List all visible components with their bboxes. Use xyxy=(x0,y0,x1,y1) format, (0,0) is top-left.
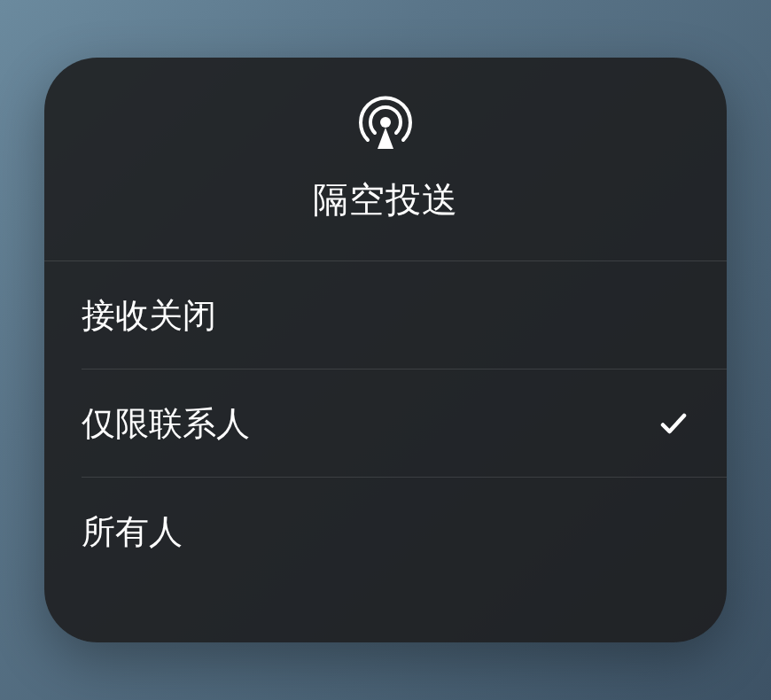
svg-point-0 xyxy=(380,117,391,128)
airdrop-options-list: 接收关闭 仅限联系人 所有人 xyxy=(44,261,727,586)
airdrop-header: 隔空投送 xyxy=(44,58,727,261)
option-everyone[interactable]: 所有人 xyxy=(44,478,727,586)
option-label: 仅限联系人 xyxy=(82,401,250,447)
airdrop-panel: 隔空投送 接收关闭 仅限联系人 所有人 xyxy=(44,58,727,642)
option-label: 接收关闭 xyxy=(82,293,216,338)
airdrop-title: 隔空投送 xyxy=(313,175,458,224)
option-receiving-off[interactable]: 接收关闭 xyxy=(44,261,727,369)
airdrop-icon xyxy=(357,94,414,151)
option-label: 所有人 xyxy=(82,509,183,555)
check-icon xyxy=(658,408,689,439)
option-contacts-only[interactable]: 仅限联系人 xyxy=(44,369,727,478)
